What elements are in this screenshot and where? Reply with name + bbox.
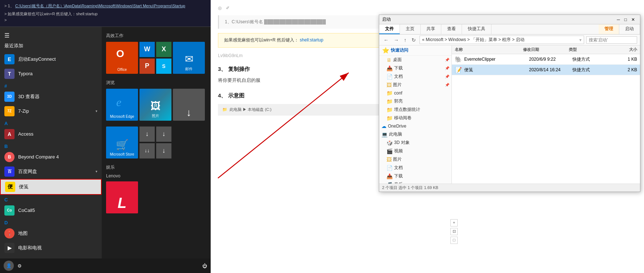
tile-email[interactable]: ✉ 邮件 — [173, 42, 205, 74]
blurred-path: 1、C:\Users\账号名 — [225, 19, 263, 24]
tile-row2: P S — [139, 59, 171, 74]
user-avatar[interactable]: 👤 — [4, 261, 14, 271]
quick-access-icon: ⭐ — [382, 47, 389, 54]
app-label-ditu: 地图 — [18, 230, 28, 237]
fe-dropdown-arrow: ▾ — [579, 37, 582, 43]
app-item-dianying[interactable]: ▶ 电影和电视 — [0, 241, 102, 255]
fe-tree-doc1[interactable]: 📄 文档 📌 — [379, 72, 451, 81]
fe-close-button[interactable]: ✕ — [629, 17, 637, 22]
app-icon-7zip: 7Z — [4, 106, 15, 116]
file-name-bianqian: 便笺 — [464, 67, 529, 73]
fe-tree-maidian[interactable]: 📁 埋点数据统计 — [379, 105, 451, 114]
app-icon-cocall: Co — [4, 205, 15, 216]
tile-download1[interactable]: ↓ — [173, 89, 205, 121]
fe-tab-file[interactable]: 文件 — [379, 24, 400, 34]
fe-tab-startup[interactable]: 启动 — [619, 24, 640, 34]
start-menu: > 1、 C:\Users\账号名（用户名）\AppData\Roaming\M… — [0, 0, 211, 273]
tile-small2[interactable]: ↓ — [156, 127, 171, 142]
onedrive-icon: ☁ — [381, 123, 386, 129]
tile-ppt[interactable]: P — [139, 59, 155, 74]
tile-photos[interactable]: 🖼 照片 — [139, 89, 171, 121]
fe-forward-button[interactable]: → — [392, 36, 400, 44]
app-item-easyconnect[interactable]: E 启动EasyConnect — [0, 52, 102, 67]
power-icon[interactable]: ⏻ — [202, 263, 207, 269]
fe-tree-desktop1[interactable]: 🖥 桌面 📌 — [379, 56, 451, 64]
fe-tree-download2[interactable]: 📥 下载 — [379, 172, 451, 180]
fe-tree-3dobj[interactable]: 🎲 3D 对象 — [379, 138, 451, 147]
tile-office[interactable]: O Office — [106, 42, 138, 74]
app-item-access[interactable]: A Access — [0, 127, 102, 141]
fe-tab-view[interactable]: 查看 — [441, 24, 462, 34]
fe-tab-manage[interactable]: 管理 — [599, 24, 619, 34]
pin-icon-download1: 📌 — [445, 66, 449, 70]
svg-text:e: e — [116, 96, 121, 109]
fe-minimize-button[interactable]: ─ — [615, 17, 622, 22]
fe-tree-doc2[interactable]: 📄 文档 — [379, 164, 451, 172]
hamburger-button[interactable]: ☰ — [0, 30, 102, 41]
fe-maximize-button[interactable]: □ — [622, 17, 629, 22]
fe-tab-home[interactable]: 主页 — [400, 24, 421, 34]
tile-small3[interactable]: ↓↓ — [139, 143, 155, 158]
fe-body: ⭐ 快速访问 🖥 桌面 📌 📥 下载 📌 📄 文档 📌 — [379, 45, 640, 184]
fe-tree-music[interactable]: 🎵 音乐 — [379, 180, 451, 184]
fe-back-button[interactable]: ← — [382, 36, 390, 44]
tile-edge[interactable]: e Microsoft Edge — [106, 89, 138, 121]
fe-refresh-button[interactable]: ↻ — [410, 36, 417, 44]
fe-nav-bar: ← → ↑ ↻ « Microsoft > Windows > 「开始」菜单 >… — [379, 35, 640, 45]
app-item-bianqian[interactable]: 便 便笺 — [0, 179, 102, 195]
fe-file-row-evernoteclipper[interactable]: 🐘 EvernoteClipper 2020/6/9 9:22 快捷方式 1 K… — [452, 54, 640, 65]
fe-search-input[interactable] — [586, 36, 637, 44]
tile-word[interactable]: W — [139, 42, 155, 57]
tile-small1[interactable]: ↓ — [139, 127, 155, 142]
app-item-typora[interactable]: T Typora — [0, 67, 102, 81]
fe-main: 名称 修改日期 类型 大小 🐘 EvernoteClipper 2020/6/9… — [452, 45, 640, 184]
app-item-cocall[interactable]: Co CoCall5 — [0, 203, 102, 218]
tile-lenovo[interactable]: L — [106, 181, 138, 213]
download1-icon: ↓ — [186, 107, 191, 119]
app-label-beyond: Beyond Compare 4 — [18, 154, 59, 160]
app-item-7zip[interactable]: 7Z 7-Zip ▾ — [0, 104, 102, 119]
folder-icon-conf: 📁 — [386, 90, 393, 96]
zoom-in-button[interactable]: + — [450, 219, 458, 226]
tile-skype[interactable]: S — [156, 59, 171, 74]
fe-tree-download1[interactable]: 📥 下载 📌 — [379, 64, 451, 72]
toolbar-icons: ◎ ✐ — [218, 4, 637, 12]
fe-ribbon-tabs: 文件 主页 共享 查看 快捷工具 管理 启动 — [379, 24, 640, 35]
bottom-zoom-controls: + ⊡ □ — [450, 219, 458, 244]
app-icon-easyconnect: E — [4, 54, 15, 64]
tiles-section-ent: 娱乐 — [106, 164, 206, 170]
fe-tree-yidong[interactable]: 📁 移动阅卷 — [379, 114, 451, 122]
tile-row1: W X — [139, 42, 171, 57]
fe-tree-thispc[interactable]: 💻 此电脑 — [379, 130, 451, 138]
store-icon: 🛒 — [116, 139, 129, 151]
fe-quick-access[interactable]: ⭐ 快速访问 — [379, 45, 451, 56]
settings-icon[interactable]: ⚙ — [17, 263, 22, 269]
fe-file-row-bianqian[interactable]: 📝 便笺 2020/8/14 16:24 快捷方式 2 KB — [452, 65, 640, 75]
tile-small4[interactable]: ↓ — [156, 143, 171, 158]
fe-tree-guoliang[interactable]: 📁 郭亮 — [379, 97, 451, 105]
fe-tab-share[interactable]: 共享 — [421, 24, 441, 34]
section-b: B — [0, 141, 102, 150]
section-hash: # — [0, 81, 102, 89]
fe-up-button[interactable]: ↑ — [402, 36, 408, 44]
app-label-3d: 3D 查看器 — [18, 93, 40, 100]
app-icon-bianqian: 便 — [5, 182, 15, 192]
app-item-ditu[interactable]: 📍 地图 — [0, 226, 102, 241]
svg-text:O: O — [116, 48, 124, 59]
app-item-3d[interactable]: 3D 3D 查看器 — [0, 89, 102, 104]
fe-tree-onedrive[interactable]: ☁ OneDrive — [379, 122, 451, 130]
tile-excel[interactable]: X — [156, 42, 171, 57]
fe-tree-pics2[interactable]: 🖼 图片 — [379, 155, 451, 164]
fe-tree-conf[interactable]: 📁 conf — [379, 89, 451, 97]
app-item-baidu[interactable]: 百 百度网盘 ▾ — [0, 164, 102, 179]
zoom-out-button[interactable]: □ — [450, 237, 458, 244]
zoom-fit-button[interactable]: ⊡ — [450, 228, 458, 235]
tile-store[interactable]: 🛒 Microsoft Store — [106, 127, 138, 158]
fe-address-bar[interactable]: « Microsoft > Windows > 「开始」菜单 > 程序 > 启动… — [420, 36, 584, 44]
tree-label-conf: conf — [394, 91, 402, 96]
fe-tab-shortcut[interactable]: 快捷工具 — [462, 24, 491, 34]
fe-tree-pics1[interactable]: 🖼 图片 📌 — [379, 81, 451, 89]
shell-command: shell:startup — [300, 37, 323, 43]
fe-tree-video[interactable]: 🎬 视频 — [379, 147, 451, 155]
app-item-beyond[interactable]: B Beyond Compare 4 — [0, 150, 102, 164]
